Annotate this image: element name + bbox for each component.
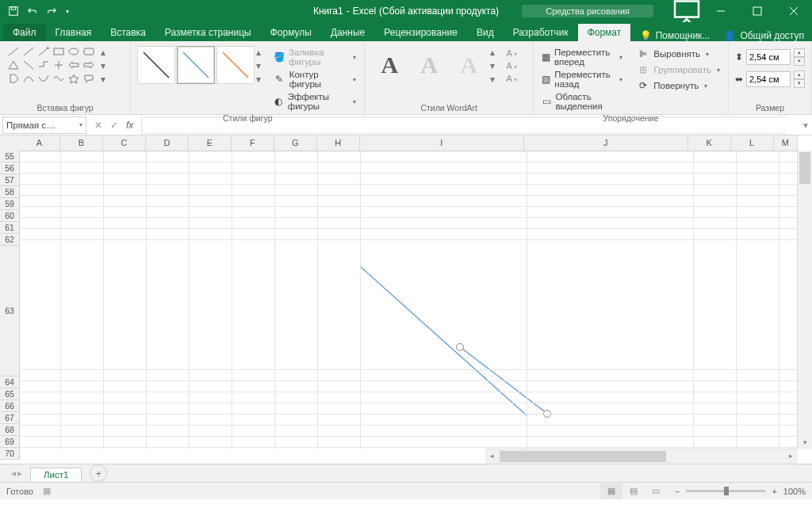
group-button[interactable]: ⊞Группировать▾	[635, 63, 722, 77]
row-header-62[interactable]: 62	[0, 234, 19, 246]
row-header-60[interactable]: 60	[0, 210, 19, 222]
page-layout-view-icon[interactable]: ▤	[622, 483, 645, 499]
tab-рецензирование[interactable]: Рецензирование	[374, 24, 467, 41]
redo-icon[interactable]	[43, 2, 60, 20]
row-header-65[interactable]: 65	[0, 388, 19, 400]
share-button[interactable]: 👤Общий доступ	[724, 30, 804, 41]
horizontal-scrollbar[interactable]: ◂ ▸	[485, 449, 798, 464]
zoom-level[interactable]: 100%	[783, 487, 806, 496]
column-headers[interactable]: ABCDEFGHIJKLM	[19, 136, 798, 151]
height-input[interactable]	[746, 49, 791, 65]
select-all-corner[interactable]	[0, 136, 20, 151]
width-icon: ⬌	[735, 74, 743, 85]
height-spinner[interactable]: ▴▾	[794, 48, 805, 66]
shape-gallery[interactable]	[6, 45, 96, 85]
macro-record-icon[interactable]: ▦	[43, 486, 51, 496]
send-backward-button[interactable]: ▧Переместить назад▾	[540, 69, 624, 90]
name-box[interactable]: Прямая с…▾	[2, 117, 86, 134]
save-icon[interactable]	[5, 2, 22, 20]
cell-grid[interactable]	[19, 151, 798, 449]
wordart-gallery[interactable]: AAA ▴▾▾	[371, 45, 501, 85]
col-header-B[interactable]: B	[60, 136, 103, 151]
tab-формат[interactable]: Формат	[578, 24, 631, 41]
col-header-J[interactable]: J	[524, 136, 688, 151]
col-header-D[interactable]: D	[146, 136, 189, 151]
shape-gallery-more[interactable]: ▴▾▾	[101, 45, 112, 85]
row-header-58[interactable]: 58	[0, 186, 19, 198]
row-header-57[interactable]: 57	[0, 174, 19, 186]
zoom-slider[interactable]	[686, 490, 765, 492]
shape-fill-button[interactable]: 🪣Заливка фигуры▾	[272, 47, 358, 67]
bring-forward-button[interactable]: ▦Переместить вперед▾	[540, 47, 624, 67]
undo-icon[interactable]	[24, 2, 41, 20]
col-header-M[interactable]: M	[774, 136, 798, 151]
row-header-64[interactable]: 64	[0, 376, 19, 388]
ribbon-options-icon[interactable]	[671, 0, 703, 22]
tab-вид[interactable]: Вид	[467, 24, 504, 41]
style-gallery[interactable]: ▴▾▾	[137, 45, 267, 85]
row-header-68[interactable]: 68	[0, 424, 19, 436]
enter-icon[interactable]: ✓	[110, 120, 118, 131]
col-header-H[interactable]: H	[317, 136, 360, 151]
page-break-view-icon[interactable]: ▭	[645, 483, 667, 499]
minimize-icon[interactable]	[703, 0, 739, 22]
tab-разработчик[interactable]: Разработчик	[504, 24, 578, 41]
row-header-70[interactable]: 70	[0, 448, 19, 460]
row-header-55[interactable]: 55	[0, 151, 19, 162]
tab-данные[interactable]: Данные	[321, 24, 374, 41]
bulb-icon: 💡	[640, 30, 652, 41]
vscroll-thumb[interactable]	[799, 152, 810, 184]
col-header-C[interactable]: C	[103, 136, 146, 151]
tab-формулы[interactable]: Формулы	[261, 24, 321, 41]
col-header-K[interactable]: K	[688, 136, 731, 151]
row-header-66[interactable]: 66	[0, 400, 19, 412]
wordart-gallery-more[interactable]: ▴▾▾	[490, 45, 501, 85]
col-header-L[interactable]: L	[731, 136, 774, 151]
row-headers[interactable]: 55565758596061626364656667686970	[0, 151, 20, 460]
row-header-67[interactable]: 67	[0, 412, 19, 424]
row-header-63[interactable]: 63	[0, 246, 19, 376]
zoom-in-button[interactable]: +	[772, 487, 776, 496]
width-input[interactable]	[746, 71, 791, 87]
rotate-icon: ⟳	[637, 79, 649, 92]
cancel-icon[interactable]: ✕	[94, 120, 102, 131]
close-icon[interactable]	[776, 0, 812, 22]
maximize-icon[interactable]	[739, 0, 776, 22]
selection-pane-button[interactable]: ▭Область выделения	[540, 91, 624, 112]
fx-icon[interactable]: fx	[126, 120, 133, 131]
tab-главная[interactable]: Главная	[46, 24, 102, 41]
col-header-I[interactable]: I	[360, 136, 524, 151]
row-header-56[interactable]: 56	[0, 162, 19, 174]
style-gallery-more[interactable]: ▴▾▾	[256, 45, 267, 85]
zoom-out-button[interactable]: −	[675, 487, 680, 496]
tab-file[interactable]: Файл	[3, 24, 46, 41]
selection-handle-start[interactable]	[456, 343, 464, 351]
sheet-nav[interactable]: ◂▸	[5, 468, 29, 479]
rotate-button[interactable]: ⟳Повернуть▾	[635, 78, 722, 93]
tab-вставка[interactable]: Вставка	[101, 24, 155, 41]
tell-me[interactable]: 💡Помощник...	[640, 30, 710, 41]
tab-разметка страницы[interactable]: Разметка страницы	[155, 24, 261, 41]
scroll-down-icon[interactable]: ▾	[798, 436, 812, 449]
hscroll-thumb[interactable]	[500, 451, 666, 462]
row-header-59[interactable]: 59	[0, 198, 19, 210]
shape-effects-button[interactable]: ◐Эффекты фигуры▾	[272, 91, 358, 112]
col-header-A[interactable]: A	[19, 136, 60, 151]
row-header-61[interactable]: 61	[0, 222, 19, 234]
scroll-left-icon[interactable]: ◂	[485, 449, 499, 464]
text-fill-outline-effects[interactable]: A▾A▾A▾	[506, 45, 516, 83]
row-header-69[interactable]: 69	[0, 436, 19, 448]
col-header-G[interactable]: G	[274, 136, 317, 151]
vertical-scrollbar[interactable]: ▴ ▾	[797, 151, 812, 449]
col-header-E[interactable]: E	[189, 136, 232, 151]
col-header-F[interactable]: F	[232, 136, 274, 151]
scroll-right-icon[interactable]: ▸	[784, 449, 798, 464]
expand-formula-icon[interactable]: ▾	[799, 120, 812, 131]
sheet-tab-active[interactable]: Лист1	[30, 468, 82, 481]
shape-outline-button[interactable]: ✎Контур фигуры▾	[272, 69, 358, 90]
normal-view-icon[interactable]: ▦	[600, 483, 622, 499]
qat-customize-icon[interactable]: ▾	[62, 2, 73, 20]
align-button[interactable]: ⊫Выровнять▾	[635, 47, 722, 61]
add-sheet-button[interactable]: +	[90, 464, 107, 482]
width-spinner[interactable]: ▴▾	[794, 71, 805, 88]
